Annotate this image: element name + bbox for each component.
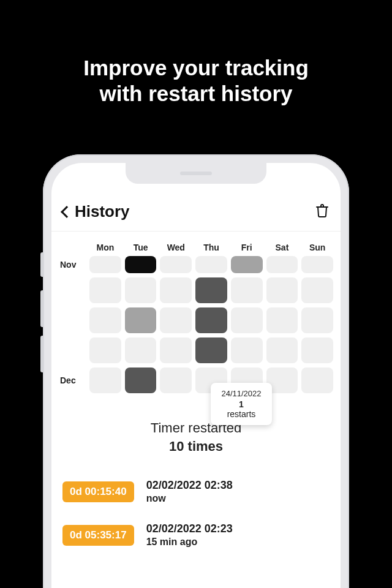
dow-label: Mon (89, 243, 121, 252)
dow-label: Tue (125, 243, 157, 252)
hero-line2: with restart history (0, 81, 392, 107)
summary: Timer restarted 10 times (51, 420, 341, 454)
hero-headline: Improve your tracking with restart histo… (0, 0, 392, 107)
calendar-cell[interactable] (231, 337, 263, 363)
calendar-cell[interactable] (195, 277, 227, 303)
calendar-cell[interactable] (266, 277, 298, 303)
calendar-cell[interactable] (301, 337, 333, 363)
entries-list: 0d 00:15:40 02/02/2022 02:38 now 0d 05:3… (51, 479, 341, 548)
calendar-row: Nov (59, 256, 333, 273)
tooltip-word: restarts (214, 409, 268, 419)
dow-label: Fri (231, 243, 263, 252)
calendar: Mon Tue Wed Thu Fri Sat Sun Nov (51, 243, 341, 393)
dow-label: Thu (195, 243, 227, 252)
calendar-cell[interactable] (89, 307, 121, 333)
calendar-cell[interactable] (160, 256, 192, 273)
calendar-cell[interactable] (231, 307, 263, 333)
nav-header: History (51, 202, 341, 232)
calendar-cell[interactable] (195, 307, 227, 333)
calendar-cell[interactable] (301, 307, 333, 333)
tooltip-date: 24/11/2022 (214, 389, 268, 398)
calendar-cell[interactable] (125, 256, 157, 273)
summary-label: Timer restarted (51, 420, 341, 436)
calendar-row (59, 277, 333, 303)
calendar-cell[interactable] (89, 337, 121, 363)
speaker (180, 172, 212, 175)
entry-meta: 02/02/2022 02:38 now (146, 479, 233, 504)
entry-meta: 02/02/2022 02:23 15 min ago (146, 522, 233, 548)
summary-count: 10 times (51, 439, 341, 454)
page-title: History (75, 202, 130, 221)
calendar-cell[interactable] (195, 337, 227, 363)
calendar-header: Mon Tue Wed Thu Fri Sat Sun (59, 243, 333, 252)
spacer (59, 243, 86, 252)
calendar-cell[interactable] (160, 307, 192, 333)
dow-label: Sat (266, 243, 298, 252)
calendar-cell[interactable] (125, 277, 157, 303)
list-item[interactable]: 0d 00:15:40 02/02/2022 02:38 now (62, 479, 330, 504)
calendar-cell[interactable] (231, 277, 263, 303)
side-button (40, 252, 43, 277)
calendar-cell[interactable] (160, 368, 192, 393)
calendar-cell[interactable] (125, 337, 157, 363)
duration-badge: 0d 05:35:17 (62, 525, 134, 546)
entry-relative: now (146, 493, 233, 504)
calendar-cell[interactable] (89, 256, 121, 273)
month-label: Nov (59, 260, 86, 270)
calendar-cell[interactable] (301, 368, 333, 393)
hero-line1: Improve your tracking (0, 55, 392, 81)
calendar-cell[interactable] (195, 256, 227, 273)
calendar-row (59, 307, 333, 333)
calendar-tooltip: 24/11/2022 1 restarts (211, 383, 272, 425)
delete-button[interactable] (315, 203, 330, 221)
calendar-cell[interactable] (266, 307, 298, 333)
tooltip-count: 1 (214, 399, 268, 409)
calendar-cell[interactable] (160, 277, 192, 303)
back-button[interactable]: History (62, 202, 130, 221)
calendar-cell[interactable] (301, 256, 333, 273)
list-item[interactable]: 0d 05:35:17 02/02/2022 02:23 15 min ago (62, 522, 330, 548)
calendar-row (59, 337, 333, 363)
chevron-left-icon (61, 206, 73, 218)
entry-timestamp: 02/02/2022 02:38 (146, 479, 233, 492)
calendar-cell[interactable] (231, 256, 263, 273)
content: Mon Tue Wed Thu Fri Sat Sun Nov (51, 236, 341, 588)
side-button (40, 290, 43, 327)
calendar-cell[interactable] (301, 277, 333, 303)
notch (126, 163, 266, 184)
entry-timestamp: 02/02/2022 02:23 (146, 522, 233, 535)
calendar-cell[interactable] (266, 337, 298, 363)
trash-icon (315, 203, 330, 218)
calendar-cell[interactable] (125, 368, 157, 393)
calendar-cell[interactable] (89, 368, 121, 393)
calendar-cell[interactable] (160, 337, 192, 363)
calendar-cell[interactable] (266, 256, 298, 273)
calendar-cell[interactable] (125, 307, 157, 333)
calendar-row: Dec (59, 368, 333, 393)
side-button (40, 336, 43, 372)
entry-relative: 15 min ago (146, 537, 233, 548)
dow-label: Sun (301, 243, 333, 252)
screen: History Mon Tue Wed Thu Fri Sa (51, 163, 341, 588)
calendar-cell[interactable] (89, 277, 121, 303)
phone-frame: History Mon Tue Wed Thu Fri Sa (43, 154, 349, 588)
duration-badge: 0d 00:15:40 (62, 481, 134, 502)
dow-label: Wed (160, 243, 192, 252)
month-label: Dec (59, 375, 86, 385)
